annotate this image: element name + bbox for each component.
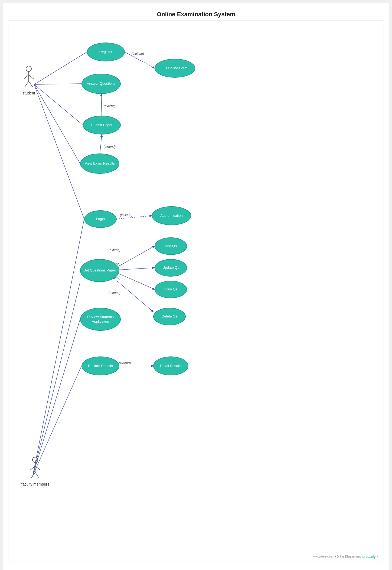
usecase-fill-online-form: Fill Online Form <box>155 59 195 78</box>
svg-line-21 <box>29 75 34 79</box>
svg-line-4 <box>34 84 84 219</box>
label-extend1: (extend) <box>104 104 116 108</box>
usecase-register: Register <box>87 42 125 61</box>
svg-line-22 <box>25 81 29 87</box>
faculty-label: faculty members <box>21 482 49 486</box>
usecase-submit-paper: Submit Paper <box>83 116 121 135</box>
page-container: Online Examination System <box>3 3 389 570</box>
svg-line-28 <box>31 472 35 478</box>
svg-line-14 <box>33 282 80 476</box>
faculty-figure <box>28 457 43 481</box>
actor-student: student <box>21 65 36 95</box>
usecase-authentication: Authentication <box>152 206 191 225</box>
diagram-area: Fill Online Form (arrow) --> Answer Ques… <box>8 21 384 562</box>
diagram-title: Online Examination System <box>8 8 384 18</box>
usecase-answer-questions: Answer Questions <box>81 74 121 94</box>
svg-line-12 <box>117 281 153 312</box>
watermark-site: www.creately.com • Online Diagramming <box>313 555 361 558</box>
svg-line-2 <box>34 84 83 125</box>
usecase-email-results: Email Results <box>153 356 188 375</box>
svg-point-18 <box>26 66 31 71</box>
svg-line-6 <box>101 94 102 116</box>
creately-logo: creately <box>362 555 376 559</box>
creately-dot: • <box>377 554 378 559</box>
label-include2: (include) <box>120 213 132 217</box>
svg-line-9 <box>119 246 155 266</box>
usecase-add-qs: Add Qs <box>155 237 187 255</box>
svg-line-27 <box>35 466 40 470</box>
label-extend2: (extend) <box>104 145 116 149</box>
usecase-view-exam-results: View Exam Results <box>80 153 119 174</box>
usecase-update-qs: Update Qs <box>155 259 187 277</box>
svg-line-23 <box>29 81 33 87</box>
usecase-set-questions-paper: Set Questions Paper <box>80 259 119 282</box>
lines-svg: Fill Online Form (arrow) --> Answer Ques… <box>8 21 384 562</box>
svg-line-29 <box>35 472 39 478</box>
usecase-review-students-app: Review Students Application <box>80 308 121 331</box>
svg-line-26 <box>30 466 35 470</box>
label-extend6: (extend) <box>109 291 120 295</box>
usecase-declare-results: Declare Results <box>81 356 119 375</box>
svg-line-15 <box>33 319 80 476</box>
usecase-delete-qs: Delete Qs <box>153 308 186 325</box>
svg-line-11 <box>119 274 155 289</box>
svg-line-10 <box>119 268 155 270</box>
usecase-login: Login <box>84 210 117 228</box>
svg-line-0 <box>34 52 87 84</box>
label-extend7: (extend) <box>119 361 131 365</box>
svg-line-20 <box>24 75 29 79</box>
svg-point-24 <box>32 457 38 463</box>
svg-line-1 <box>34 84 81 84</box>
svg-line-3 <box>34 84 80 163</box>
student-figure <box>21 65 36 90</box>
label-include1: (include) <box>132 52 144 56</box>
label-extend3: (extend) <box>109 248 120 252</box>
usecase-view-qs: View Qs <box>155 281 187 298</box>
svg-line-13 <box>33 219 84 476</box>
watermark: www.creately.com • Online Diagramming cr… <box>313 554 378 559</box>
actor-faculty: faculty members <box>21 457 49 486</box>
svg-line-7 <box>100 135 102 153</box>
student-label: student <box>23 91 35 95</box>
